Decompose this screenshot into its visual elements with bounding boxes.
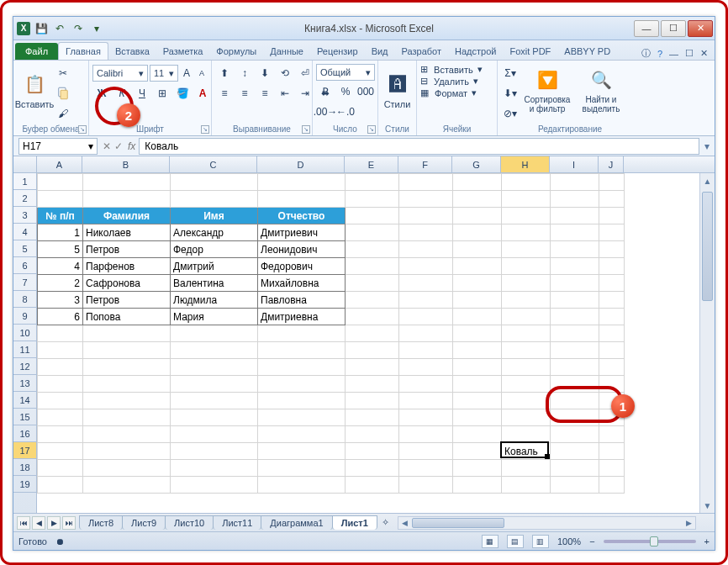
cell[interactable] bbox=[258, 393, 346, 409]
row-header-4[interactable]: 4 bbox=[13, 224, 36, 240]
align-left-button[interactable]: ≡ bbox=[215, 84, 234, 103]
cell[interactable] bbox=[83, 174, 171, 191]
cell[interactable] bbox=[502, 342, 551, 359]
cell[interactable] bbox=[171, 477, 258, 494]
cell[interactable]: Федорович bbox=[258, 258, 346, 275]
scroll-down-icon[interactable]: ▼ bbox=[700, 498, 715, 513]
minimize-button[interactable]: — bbox=[634, 20, 659, 37]
cell[interactable] bbox=[599, 409, 625, 426]
cell[interactable] bbox=[502, 208, 551, 224]
macro-record-icon[interactable]: ⏺ bbox=[55, 536, 65, 547]
cell[interactable] bbox=[453, 325, 502, 342]
underline-button[interactable]: Ч bbox=[133, 84, 151, 103]
row-header-11[interactable]: 11 bbox=[13, 341, 36, 358]
autosum-button[interactable]: Σ▾ bbox=[501, 64, 520, 82]
cell[interactable] bbox=[171, 174, 258, 191]
font-size-combo[interactable]: 11▾ bbox=[150, 65, 178, 82]
cell[interactable] bbox=[453, 292, 502, 309]
cell[interactable]: 4 bbox=[38, 258, 83, 275]
col-header-B[interactable]: B bbox=[82, 156, 170, 172]
cell[interactable] bbox=[38, 477, 83, 494]
cell[interactable] bbox=[551, 309, 599, 325]
cell[interactable] bbox=[599, 275, 625, 292]
cell[interactable] bbox=[83, 342, 171, 359]
cell[interactable] bbox=[453, 258, 502, 275]
cell[interactable] bbox=[453, 191, 502, 208]
cell[interactable] bbox=[502, 409, 551, 426]
cell[interactable] bbox=[453, 409, 502, 426]
cell[interactable]: Петров bbox=[83, 292, 171, 309]
row-header-13[interactable]: 13 bbox=[13, 375, 36, 392]
cell[interactable] bbox=[599, 477, 625, 494]
cell[interactable] bbox=[83, 460, 171, 477]
cell[interactable] bbox=[83, 191, 171, 208]
font-color-button[interactable]: A bbox=[193, 84, 212, 103]
cell[interactable] bbox=[453, 443, 502, 460]
zoom-knob[interactable] bbox=[650, 536, 658, 547]
italic-button[interactable]: К bbox=[113, 84, 131, 103]
view-normal-button[interactable]: ▦ bbox=[482, 535, 499, 548]
cell[interactable] bbox=[399, 275, 453, 292]
sheet-tab[interactable]: Лист9 bbox=[122, 515, 166, 530]
row-header-7[interactable]: 7 bbox=[13, 274, 36, 291]
sheet-tab[interactable]: Лист11 bbox=[213, 515, 261, 530]
cell[interactable] bbox=[171, 342, 258, 359]
wrap-text-button[interactable]: ⏎ bbox=[296, 64, 314, 82]
scroll-right-icon[interactable]: ▶ bbox=[682, 519, 695, 527]
qat-undo-icon[interactable]: ↶ bbox=[52, 21, 67, 36]
cell[interactable]: Леонидович bbox=[258, 241, 346, 258]
cell[interactable] bbox=[599, 309, 625, 325]
increase-indent-button[interactable]: ⇥ bbox=[296, 84, 314, 103]
cell[interactable] bbox=[83, 443, 171, 460]
cell[interactable]: Сафронова bbox=[83, 275, 171, 292]
cells-insert-button[interactable]: ⊞ Вставить ▾ bbox=[420, 64, 483, 75]
qat-customize-icon[interactable]: ▾ bbox=[89, 21, 104, 36]
cell[interactable] bbox=[502, 258, 551, 275]
cell[interactable] bbox=[551, 409, 599, 426]
cell[interactable] bbox=[399, 376, 453, 393]
cell[interactable] bbox=[38, 460, 83, 477]
maximize-button[interactable]: ☐ bbox=[661, 20, 686, 37]
cell[interactable] bbox=[453, 426, 502, 443]
doc-restore-icon[interactable]: ☐ bbox=[685, 48, 694, 59]
sheet-nav-prev-icon[interactable]: ◀ bbox=[32, 516, 45, 530]
cell[interactable] bbox=[502, 224, 551, 241]
select-all-corner[interactable] bbox=[13, 156, 37, 172]
col-header-A[interactable]: A bbox=[37, 156, 82, 172]
cell[interactable] bbox=[599, 325, 625, 342]
cell[interactable]: Михайловна bbox=[258, 275, 346, 292]
tab-developer[interactable]: Разработ bbox=[395, 43, 448, 60]
cell[interactable] bbox=[171, 376, 258, 393]
cell[interactable] bbox=[258, 477, 346, 494]
horizontal-scrollbar[interactable]: ◀ ▶ bbox=[398, 516, 696, 530]
cell[interactable] bbox=[171, 409, 258, 426]
cell[interactable] bbox=[502, 477, 551, 494]
align-top-button[interactable]: ⬆ bbox=[215, 64, 234, 82]
cell[interactable] bbox=[346, 241, 399, 258]
tab-data[interactable]: Данные bbox=[263, 43, 310, 60]
row-header-6[interactable]: 6 bbox=[13, 257, 36, 274]
scroll-up-icon[interactable]: ▲ bbox=[700, 173, 715, 188]
cell[interactable] bbox=[258, 409, 346, 426]
cell[interactable] bbox=[171, 325, 258, 342]
cell[interactable] bbox=[346, 191, 399, 208]
fx-icon[interactable]: fx bbox=[128, 140, 135, 152]
cell[interactable]: 2 bbox=[38, 275, 83, 292]
cell[interactable] bbox=[399, 325, 453, 342]
cell[interactable] bbox=[38, 376, 83, 393]
cell[interactable]: Мария bbox=[171, 309, 258, 325]
border-button[interactable]: ⊞ bbox=[153, 84, 171, 103]
bold-button[interactable]: Ж bbox=[92, 84, 111, 103]
cell[interactable] bbox=[399, 426, 453, 443]
cell[interactable] bbox=[346, 325, 399, 342]
cell[interactable] bbox=[346, 208, 399, 224]
cell[interactable] bbox=[346, 359, 399, 376]
cell[interactable]: Фамилия bbox=[83, 208, 171, 224]
cell[interactable] bbox=[502, 174, 551, 191]
sheet-tab[interactable]: Диаграмма1 bbox=[261, 515, 332, 530]
formula-input[interactable]: Коваль bbox=[139, 138, 699, 155]
cell[interactable] bbox=[258, 460, 346, 477]
cell[interactable] bbox=[171, 191, 258, 208]
cell[interactable] bbox=[346, 342, 399, 359]
cell[interactable] bbox=[258, 359, 346, 376]
